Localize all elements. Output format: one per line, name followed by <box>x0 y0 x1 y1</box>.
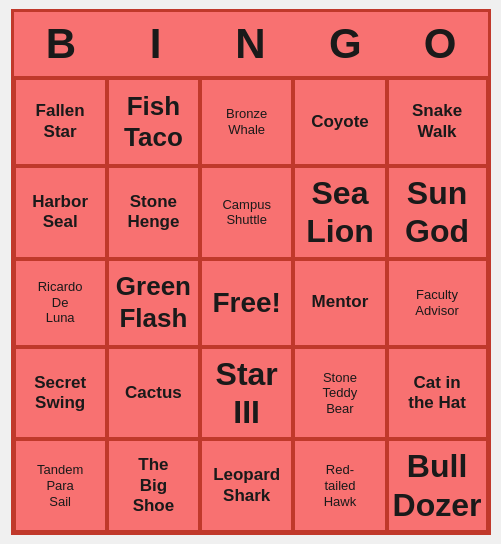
bingo-cell: Leopard Shark <box>200 439 293 532</box>
bingo-cell: The Big Shoe <box>107 439 200 532</box>
bingo-cell: Tandem Para Sail <box>14 439 107 532</box>
cell-text: Cat in the Hat <box>408 373 466 414</box>
cell-text: Stone Teddy Bear <box>323 370 358 417</box>
bingo-grid: Fallen StarFish TacoBronze WhaleCoyoteSn… <box>14 76 488 532</box>
cell-text: Sea Lion <box>306 174 374 251</box>
bingo-cell: Sea Lion <box>293 166 386 259</box>
bingo-cell: Cactus <box>107 347 200 440</box>
bingo-cell: Star III <box>200 347 293 440</box>
cell-text: Star III <box>216 355 278 432</box>
cell-text: Free! <box>212 286 280 320</box>
cell-text: Campus Shuttle <box>222 197 270 228</box>
bingo-card: BINGO Fallen StarFish TacoBronze WhaleCo… <box>11 9 491 535</box>
bingo-cell: Fish Taco <box>107 78 200 166</box>
bingo-cell: Stone Teddy Bear <box>293 347 386 440</box>
bingo-cell: Mentor <box>293 259 386 347</box>
header-letter: N <box>203 12 298 76</box>
cell-text: Tandem Para Sail <box>37 462 83 509</box>
bingo-cell: Sun God <box>387 166 488 259</box>
cell-text: Fish Taco <box>124 91 183 153</box>
cell-text: Fallen Star <box>36 101 85 142</box>
cell-text: Secret Swing <box>34 373 86 414</box>
cell-text: Harbor Seal <box>32 192 88 233</box>
cell-text: Green Flash <box>116 271 191 333</box>
cell-text: Cactus <box>125 383 182 403</box>
bingo-header: BINGO <box>14 12 488 76</box>
bingo-cell: Harbor Seal <box>14 166 107 259</box>
bingo-cell: Cat in the Hat <box>387 347 488 440</box>
bingo-cell: Red- tailed Hawk <box>293 439 386 532</box>
bingo-cell: Green Flash <box>107 259 200 347</box>
bingo-cell: Bull Dozer <box>387 439 488 532</box>
header-letter: I <box>108 12 203 76</box>
bingo-cell: Coyote <box>293 78 386 166</box>
cell-text: Mentor <box>312 292 369 312</box>
cell-text: Stone Henge <box>127 192 179 233</box>
cell-text: Snake Walk <box>412 101 462 142</box>
cell-text: Bronze Whale <box>226 106 267 137</box>
cell-text: Sun God <box>405 174 469 251</box>
bingo-cell: Campus Shuttle <box>200 166 293 259</box>
bingo-cell: Free! <box>200 259 293 347</box>
header-letter: G <box>298 12 393 76</box>
cell-text: The Big Shoe <box>133 455 175 516</box>
cell-text: Faculty Advisor <box>415 287 458 318</box>
header-letter: B <box>14 12 109 76</box>
bingo-cell: Secret Swing <box>14 347 107 440</box>
bingo-cell: Snake Walk <box>387 78 488 166</box>
bingo-cell: Fallen Star <box>14 78 107 166</box>
cell-text: Ricardo De Luna <box>38 279 83 326</box>
header-letter: O <box>393 12 488 76</box>
cell-text: Red- tailed Hawk <box>324 462 357 509</box>
bingo-cell: Ricardo De Luna <box>14 259 107 347</box>
cell-text: Bull Dozer <box>393 447 482 524</box>
bingo-cell: Faculty Advisor <box>387 259 488 347</box>
cell-text: Leopard Shark <box>213 465 280 506</box>
cell-text: Coyote <box>311 112 369 132</box>
bingo-cell: Bronze Whale <box>200 78 293 166</box>
bingo-cell: Stone Henge <box>107 166 200 259</box>
